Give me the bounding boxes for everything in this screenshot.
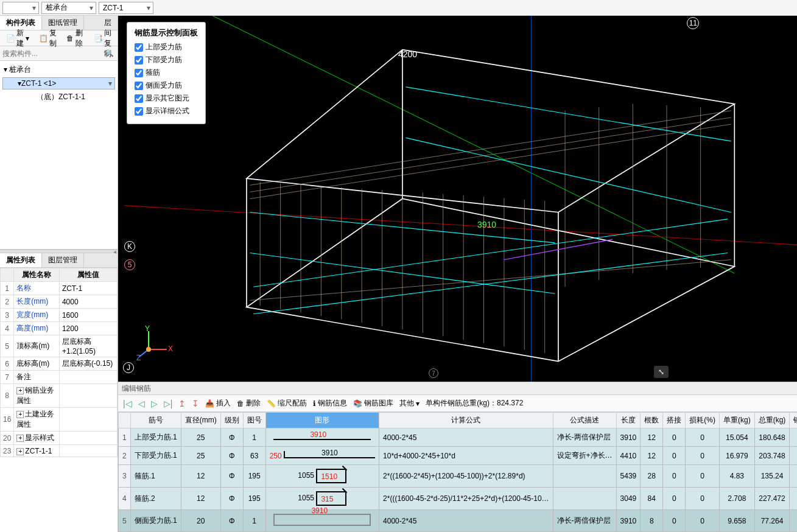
tree-item-zct11[interactable]: （底）ZCT-1-1 [2,91,115,103]
rebar-table[interactable]: 筋号直径(mm)级别图号 图形计算公式公式描述 长度根数搭接损耗(%) 单重(k… [118,412,797,532]
rebar-edit-title: 编辑钢筋 [118,382,797,395]
panel-title: 钢筋显示控制面板 [135,27,198,38]
model-svg [118,16,797,382]
nav-first-icon[interactable]: |◁ [123,399,132,408]
viewport-3d[interactable]: 钢筋显示控制面板 上部受力筋 下部受力筋 箍筋 侧面受力筋 显示其它图元 显示详… [118,16,797,382]
rebar-display-panel: 钢筋显示控制面板 上部受力筋 下部受力筋 箍筋 侧面受力筋 显示其它图元 显示详… [127,22,206,124]
search-input[interactable] [2,49,115,58]
component-tree[interactable]: ▾ 桩承台 ▾ ZCT-1 <1> （底）ZCT-1-1 [0,61,118,250]
nav-last-icon[interactable]: ▷| [164,399,173,408]
rebar-row[interactable]: 5侧面受力筋.120Φ139104000-2*45净长-两倍保护层3910800… [119,510,798,532]
nav-next-icon[interactable]: ▷ [151,399,158,408]
svg-line-12 [250,260,731,301]
delete-rebar-button[interactable]: 🗑 删除 [237,398,261,408]
rebar-row[interactable]: 3箍筋.112Φ1951055 15102*((1600-2*45)+(1200… [119,465,798,488]
axis-gizmo: XYZ [136,325,173,363]
chk-bottom-rebar[interactable]: 下部受力筋 [135,55,198,65]
svg-line-10 [250,117,731,192]
svg-line-1 [125,206,797,247]
tree-root[interactable]: ▾ 桩承台 [2,63,115,76]
chk-stirrup[interactable]: 箍筋 [135,68,198,78]
new-icon: 📄 [6,34,15,43]
svg-line-11 [250,124,731,198]
svg-line-38 [253,253,728,314]
search-box[interactable] [0,46,118,61]
delete-icon: 🗑 [66,34,74,43]
splitter[interactable] [0,250,118,253]
properties-table: 属性名称属性值 1名称ZCT-12长度(mm)40003宽度(mm)16004高… [0,268,118,457]
chk-show-others[interactable]: 显示其它图元 [135,93,198,103]
axis-5: 5 [124,259,135,270]
rebar-row[interactable]: 1上部受力筋.125Φ139104000-2*45净长-两倍保护层3910120… [119,429,798,447]
svg-text:Z: Z [136,354,141,362]
selector-1[interactable] [2,2,39,14]
view-collapse-icon[interactable]: ⤡ [654,366,669,378]
rebar-row[interactable]: 2下部受力筋.125Φ63250 391010*d+4000-2*45+10*d… [119,447,798,465]
axis-7: 7 [429,368,438,378]
axis-k: K [124,241,135,252]
copy-icon: 📋 [39,34,47,43]
nav-prev-icon[interactable]: ◁ [138,399,145,408]
floorcopy-icon: 📑 [94,34,102,43]
chk-top-rebar[interactable]: 上部受力筋 [135,42,198,52]
selector-element[interactable]: ZCT-1 [99,2,153,14]
svg-point-46 [146,347,151,352]
total-weight-label: 单构件钢筋总重(kg)：824.372 [426,398,523,408]
nav-up-icon[interactable]: ↥ [178,399,186,408]
tab-layers[interactable]: 图层管理 [42,253,84,267]
chk-show-formula[interactable]: 显示详细公式 [135,106,198,116]
nav-down-icon[interactable]: ↧ [192,399,199,408]
svg-text:Y: Y [145,325,150,333]
svg-text:X: X [168,345,173,353]
tab-props[interactable]: 属性列表 [0,253,42,267]
dim-3910: 3910 [477,220,496,229]
scale-button[interactable]: 📏 缩尺配筋 [267,398,307,408]
chk-side-rebar[interactable]: 侧面受力筋 [135,80,198,91]
other-button[interactable]: 其他 ▾ [399,398,420,408]
axis-j: J [123,362,134,373]
tree-item-zct1[interactable]: ▾ ZCT-1 <1> [2,77,115,89]
svg-line-9 [250,111,731,185]
dim-4200: 4200 [398,49,417,59]
insert-button[interactable]: 📥 插入 [205,398,231,408]
selector-category[interactable]: 桩承台 [41,2,96,14]
rebar-row[interactable]: 4箍筋.212Φ1951055 3152*(((1600-45-2*d-25)/… [119,488,798,510]
library-button[interactable]: 📚 钢筋图库 [353,398,393,408]
info-button[interactable]: ℹ 钢筋信息 [313,398,347,408]
